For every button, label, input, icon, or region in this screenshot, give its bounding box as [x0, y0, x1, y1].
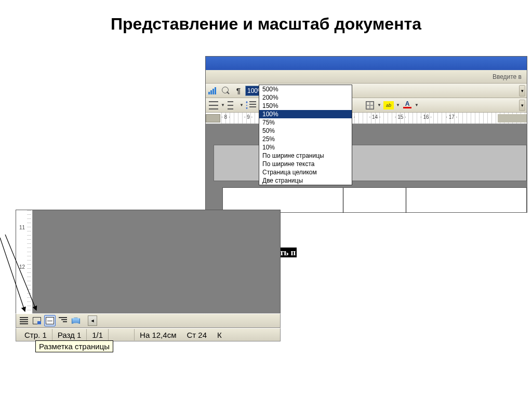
column-divider — [406, 188, 406, 213]
show-formatting-icon[interactable]: ¶ — [233, 85, 244, 97]
status-page-of: 1/1 — [87, 329, 109, 340]
callout-arrows — [0, 234, 30, 296]
zoom-option[interactable]: 75% — [259, 118, 352, 127]
dropdown-arrow-icon[interactable]: ▼ — [377, 100, 382, 111]
column-divider — [343, 188, 343, 213]
zoom-option[interactable]: 500% — [259, 85, 352, 93]
toolbar-options-icon[interactable]: ▾ — [519, 100, 525, 111]
zoom-option[interactable]: 25% — [259, 135, 352, 143]
page-gray-area — [33, 210, 280, 313]
svg-line-0 — [0, 238, 25, 311]
dropdown-arrow-icon[interactable]: ▼ — [220, 100, 225, 111]
borders-icon[interactable] — [364, 100, 376, 111]
zoom-option[interactable]: 50% — [259, 127, 352, 135]
help-hint: Введите в — [493, 73, 522, 80]
status-page: Стр. 1 — [19, 329, 52, 340]
status-line: Ст 24 — [181, 329, 212, 340]
web-layout-icon[interactable] — [31, 315, 43, 326]
dropdown-arrow-icon[interactable]: ▼ — [239, 100, 244, 111]
status-col: К — [212, 329, 227, 340]
word-window-top: Введите в ¶ 100% ▼ ? Чтение ▾ 500%200%15… — [205, 56, 527, 213]
normal-view-icon[interactable] — [18, 315, 30, 326]
font-color-icon[interactable]: A — [402, 100, 413, 111]
zoom-option[interactable]: Страница целиком — [259, 168, 352, 176]
ruler-right-margin[interactable] — [498, 114, 527, 122]
columns-icon[interactable] — [208, 85, 219, 97]
ruler-number: · 9 · — [244, 114, 253, 120]
doc-map-icon[interactable] — [220, 85, 232, 97]
toolbar-options-icon[interactable]: ▾ — [519, 85, 525, 97]
view-buttons-bar: ◄ — [16, 313, 281, 328]
line-spacing-icon[interactable] — [245, 100, 257, 111]
zoom-option[interactable]: 100% — [259, 110, 352, 118]
highlight-icon[interactable] — [383, 100, 394, 111]
page-sheet — [222, 187, 527, 212]
zoom-option[interactable]: По ширине страницы — [259, 152, 352, 160]
zoom-dropdown-list[interactable]: 500%200%150%100%75%50%25%10%По ширине ст… — [259, 85, 352, 185]
status-section: Разд 1 — [52, 329, 87, 340]
ruler-number: · 14 · — [369, 114, 380, 120]
horizontal-ruler[interactable]: · 8 ·· 9 ·· 10 ·· 11 ·· 12 ·· 13 ·· 14 ·… — [206, 113, 527, 124]
dropdown-arrow-icon[interactable]: ▼ — [395, 100, 401, 111]
numbered-list-icon[interactable] — [208, 100, 219, 111]
ruler-number: 11 — [19, 225, 25, 230]
standard-toolbar: ¶ 100% ▼ ? Чтение ▾ — [206, 84, 527, 98]
help-input-bar[interactable]: Введите в — [206, 70, 527, 84]
print-layout-icon[interactable] — [44, 315, 56, 326]
document-area-bottom: 11 12 — [16, 210, 281, 313]
zoom-option[interactable]: Две страницы — [259, 176, 352, 185]
scroll-left-button[interactable]: ◄ — [88, 315, 97, 326]
ruler-number: · 17 · — [446, 114, 457, 120]
word-window-bottom: 11 12 ◄ Стр. 1 Разд 1 1/1 На 12,4см Ст 2… — [16, 210, 281, 341]
titlebar — [206, 57, 527, 70]
bulleted-list-icon[interactable] — [227, 100, 238, 111]
zoom-option[interactable]: 10% — [259, 143, 352, 152]
zoom-option[interactable]: По ширине текста — [259, 160, 352, 168]
ruler-number: · 15 · — [395, 114, 406, 120]
reading-view-icon[interactable] — [70, 315, 82, 326]
status-at: На 12,4см — [135, 329, 181, 340]
ruler-number: · 16 · — [420, 114, 432, 120]
slide-title: Представление и масштаб документа — [0, 0, 532, 40]
document-area — [206, 124, 527, 212]
tooltip: Разметка страницы — [35, 340, 113, 352]
status-bar: Стр. 1 Разд 1 1/1 На 12,4см Ст 24 К — [16, 328, 281, 341]
outline-view-icon[interactable] — [57, 315, 69, 326]
ruler-tab-well[interactable] — [206, 114, 220, 122]
zoom-option[interactable]: 150% — [259, 102, 352, 110]
formatting-toolbar: ▼ ▼ ▼ ▼ ▼ A ▼ ▾ — [206, 98, 527, 113]
ruler-number: · 8 · — [221, 114, 230, 120]
zoom-option[interactable]: 200% — [259, 93, 352, 102]
dropdown-arrow-icon[interactable]: ▼ — [414, 100, 419, 111]
